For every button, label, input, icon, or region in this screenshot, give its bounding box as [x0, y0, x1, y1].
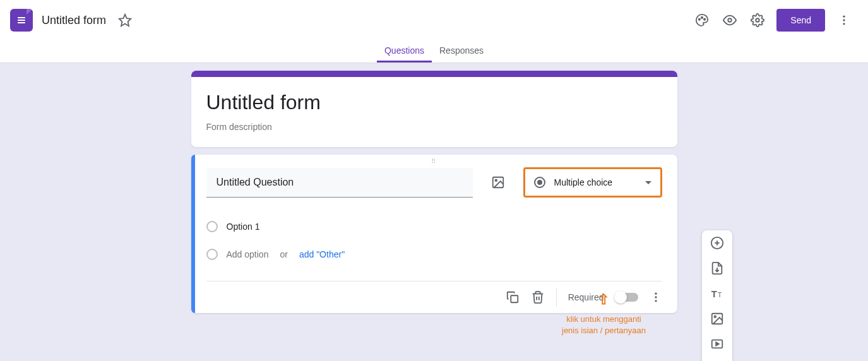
app-header: Untitled form Send	[0, 0, 868, 40]
plus-circle-icon	[710, 236, 724, 250]
svg-point-3	[704, 19, 705, 20]
more-vertical-icon	[650, 291, 662, 304]
svg-point-22	[714, 316, 716, 317]
form-title[interactable]: Untitled form	[206, 91, 662, 114]
add-question-button[interactable]	[706, 234, 728, 252]
svg-marker-24	[716, 342, 719, 346]
radio-icon	[206, 249, 218, 260]
question-more-button[interactable]	[650, 291, 662, 304]
radio-icon	[206, 221, 218, 232]
question-type-select[interactable]: Multiple choice	[523, 167, 662, 198]
drag-handle[interactable]: ⠿	[191, 155, 677, 167]
svg-point-4	[728, 18, 732, 22]
radio-icon	[534, 177, 545, 188]
add-image-button[interactable]	[485, 170, 511, 195]
svg-point-12	[655, 293, 657, 295]
form-description[interactable]: Form description	[206, 122, 662, 132]
image-icon	[491, 175, 505, 189]
annotation-line1: klik untuk mengganti	[562, 314, 646, 325]
divider	[556, 288, 557, 307]
svg-text:T: T	[718, 292, 722, 299]
tabs: Questions Responses	[0, 40, 868, 63]
option-row[interactable]: Option 1	[206, 213, 662, 240]
chevron-down-icon	[645, 181, 651, 184]
text-icon: TT	[710, 287, 724, 300]
form-canvas: Untitled form Form description ⠿ Multipl…	[0, 63, 868, 361]
arrow-up-icon: ⇧	[562, 290, 646, 310]
duplicate-button[interactable]	[506, 290, 520, 304]
annotation: ⇧ klik untuk mengganti jenis isian / per…	[562, 290, 646, 336]
form-header-card[interactable]: Untitled form Form description	[191, 71, 677, 147]
copy-icon	[506, 290, 520, 304]
star-icon	[118, 13, 132, 27]
or-text: or	[280, 249, 287, 259]
document-title[interactable]: Untitled form	[42, 14, 106, 27]
question-type-label: Multiple choice	[554, 177, 645, 187]
send-button[interactable]: Send	[776, 9, 825, 32]
add-video-button[interactable]	[706, 335, 728, 353]
svg-point-10	[495, 179, 497, 181]
palette-icon	[695, 13, 709, 27]
svg-point-1	[699, 19, 700, 20]
svg-point-8	[843, 23, 845, 25]
floating-toolbar: TT	[702, 230, 732, 361]
import-questions-button[interactable]	[706, 259, 728, 277]
svg-rect-11	[511, 295, 518, 302]
eye-icon	[723, 13, 737, 27]
theme-button[interactable]	[688, 6, 716, 34]
more-button[interactable]	[830, 6, 858, 34]
tab-responses[interactable]: Responses	[432, 40, 491, 62]
annotation-line2: jenis isian / pertanyaan	[562, 325, 646, 336]
svg-text:T: T	[711, 289, 717, 299]
gear-icon	[751, 13, 764, 27]
more-vertical-icon	[838, 14, 850, 27]
svg-point-5	[756, 18, 760, 22]
svg-point-7	[843, 19, 845, 21]
add-image-button[interactable]	[706, 310, 728, 328]
forms-logo[interactable]	[10, 9, 33, 32]
option-label[interactable]: Option 1	[227, 222, 260, 232]
add-title-button[interactable]: TT	[706, 285, 728, 302]
tab-questions[interactable]: Questions	[377, 40, 432, 62]
delete-button[interactable]	[531, 290, 545, 304]
svg-point-13	[655, 296, 657, 298]
star-button[interactable]	[112, 8, 138, 33]
svg-point-6	[843, 16, 845, 18]
add-option-row: Add option or add "Other"	[206, 240, 662, 268]
settings-button[interactable]	[744, 6, 771, 34]
question-title-input[interactable]	[206, 168, 473, 198]
add-other[interactable]: add "Other"	[299, 249, 345, 259]
video-icon	[710, 337, 724, 351]
svg-marker-0	[119, 15, 131, 26]
import-icon	[710, 261, 724, 275]
add-option[interactable]: Add option	[227, 249, 269, 259]
preview-button[interactable]	[716, 6, 744, 34]
image-icon	[710, 312, 724, 326]
trash-icon	[531, 290, 545, 304]
question-card[interactable]: ⠿ Multiple choice Option 1	[191, 155, 677, 313]
svg-point-2	[701, 17, 703, 18]
svg-point-14	[655, 300, 657, 302]
